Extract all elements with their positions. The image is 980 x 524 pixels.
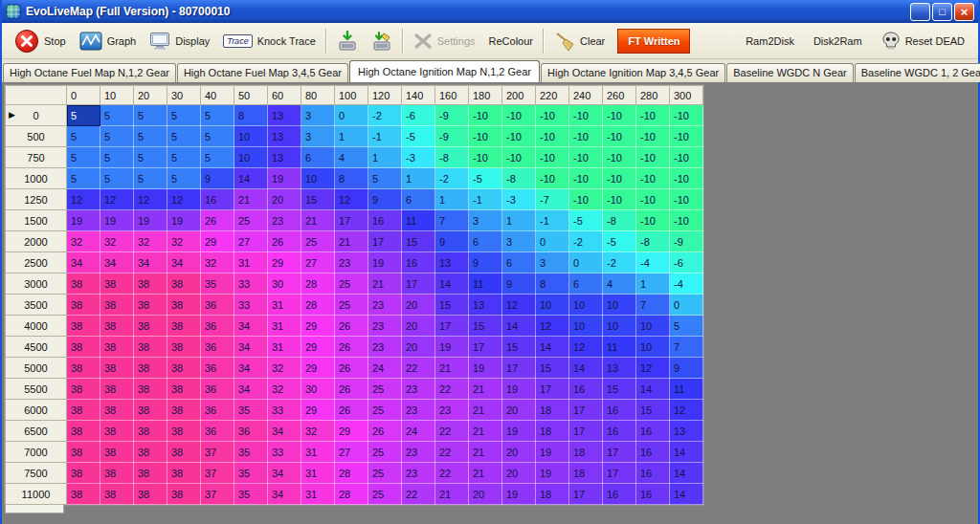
grid-cell[interactable]: 35 — [234, 484, 268, 505]
grid-cell[interactable]: 38 — [134, 379, 167, 400]
tab-0[interactable]: High Octane Fuel Map N,1,2 Gear — [3, 63, 176, 82]
grid-cell[interactable]: 38 — [100, 442, 134, 463]
grid-cell[interactable]: 5 — [201, 105, 234, 126]
grid-cell[interactable]: 38 — [67, 337, 100, 358]
grid-cell[interactable]: -2 — [368, 105, 402, 126]
grid-cell[interactable]: 25 — [368, 442, 402, 463]
tab-4[interactable]: Baseline WGDC N Gear — [726, 63, 854, 82]
grid-cell[interactable]: -10 — [670, 189, 703, 210]
row-header-3500[interactable]: 3500 — [6, 295, 67, 316]
stop-button[interactable]: Stop — [8, 26, 73, 56]
grid-cell[interactable]: 25 — [368, 484, 402, 505]
grid-cell[interactable]: -9 — [670, 231, 703, 252]
grid-cell[interactable]: 24 — [402, 421, 435, 442]
grid-cell[interactable]: 12 — [100, 189, 134, 210]
col-header-40[interactable]: 40 — [201, 86, 234, 105]
grid-cell[interactable]: 33 — [268, 442, 301, 463]
grid-cell[interactable]: -10 — [536, 147, 569, 168]
col-header-300[interactable]: 300 — [670, 86, 703, 105]
grid-cell[interactable]: 38 — [134, 442, 167, 463]
grid-cell[interactable]: 12 — [569, 337, 603, 358]
grid-cell[interactable]: 5 — [167, 147, 201, 168]
row-header-5500[interactable]: 5500 — [6, 379, 67, 400]
grid-cell[interactable]: 5 — [167, 126, 201, 147]
grid-cell[interactable]: 15 — [469, 316, 502, 337]
grid-cell[interactable]: 36 — [201, 337, 234, 358]
grid-cell[interactable]: 5 — [167, 168, 201, 189]
row-header-6500[interactable]: 6500 — [6, 421, 67, 442]
grid-cell[interactable]: -10 — [670, 147, 703, 168]
grid-cell[interactable]: 38 — [167, 463, 201, 484]
grid-cell[interactable]: 23 — [435, 400, 469, 421]
grid-cell[interactable]: 38 — [167, 442, 201, 463]
grid-cell[interactable]: 28 — [335, 463, 368, 484]
grid-cell[interactable]: 25 — [335, 273, 368, 295]
grid-cell[interactable]: 32 — [167, 231, 201, 252]
row-header-4000[interactable]: 4000 — [6, 316, 67, 337]
grid-cell[interactable]: 19 — [167, 210, 201, 231]
grid-cell[interactable]: 5 — [167, 105, 201, 126]
col-header-50[interactable]: 50 — [234, 86, 268, 105]
grid-cell[interactable]: 34 — [234, 358, 268, 379]
grid-cell[interactable]: 25 — [368, 400, 402, 421]
col-header-10[interactable]: 10 — [100, 86, 134, 105]
grid-cell[interactable]: 18 — [569, 463, 603, 484]
grid-cell[interactable]: 34 — [100, 252, 134, 273]
grid-cell[interactable]: 23 — [402, 463, 435, 484]
grid-cell[interactable]: 38 — [134, 337, 167, 358]
minimize-button[interactable]: _ — [910, 3, 930, 21]
grid-cell[interactable]: -10 — [569, 189, 603, 210]
grid-cell[interactable]: -10 — [569, 168, 603, 189]
grid-cell[interactable]: 17 — [502, 358, 536, 379]
grid-cell[interactable]: 18 — [536, 421, 569, 442]
grid-cell[interactable]: 21 — [435, 358, 469, 379]
grid-cell[interactable]: 32 — [268, 358, 301, 379]
grid-cell[interactable]: 20 — [402, 295, 435, 316]
grid-cell[interactable]: 20 — [502, 463, 536, 484]
grid-cell[interactable]: 38 — [167, 484, 201, 505]
grid-cell[interactable]: 9 — [435, 231, 469, 252]
grid-cell[interactable]: 20 — [402, 337, 435, 358]
grid-cell[interactable]: 14 — [636, 379, 670, 400]
grid-cell[interactable]: 19 — [502, 379, 536, 400]
grid-cell[interactable]: 0 — [670, 295, 703, 316]
grid-cell[interactable]: 38 — [134, 316, 167, 337]
grid-cell[interactable]: 15 — [636, 400, 670, 421]
grid-cell[interactable]: 1 — [335, 126, 368, 147]
grid-cell[interactable]: 34 — [67, 252, 100, 273]
grid-cell[interactable]: 26 — [368, 421, 402, 442]
grid-cell[interactable]: -10 — [502, 105, 536, 126]
grid-cell[interactable]: 28 — [301, 273, 335, 295]
grid-cell[interactable]: 1 — [435, 189, 469, 210]
reset-dead-button[interactable]: Reset DEAD — [874, 29, 972, 54]
grid-cell[interactable]: 38 — [100, 484, 134, 505]
grid-cell[interactable]: 31 — [268, 295, 301, 316]
grid-cell[interactable]: 32 — [100, 231, 134, 252]
grid-cell[interactable]: 8 — [234, 105, 268, 126]
grid-cell[interactable]: 10 — [603, 316, 636, 337]
grid-cell[interactable]: 16 — [402, 252, 435, 273]
grid-cell[interactable]: 38 — [67, 379, 100, 400]
tab-1[interactable]: High Octane Fuel Map 3,4,5 Gear — [177, 63, 348, 82]
grid-cell[interactable]: 8 — [536, 273, 569, 295]
grid-cell[interactable]: 36 — [201, 421, 234, 442]
grid-cell[interactable]: 6 — [301, 147, 335, 168]
grid-cell[interactable]: 31 — [301, 442, 335, 463]
grid-cell[interactable]: -5 — [469, 168, 502, 189]
grid-cell[interactable]: 16 — [603, 400, 636, 421]
grid-cell[interactable]: 23 — [368, 316, 402, 337]
grid-cell[interactable]: 27 — [234, 231, 268, 252]
grid-cell[interactable]: 19 — [435, 337, 469, 358]
grid-cell[interactable]: -8 — [502, 168, 536, 189]
grid-cell[interactable]: 11 — [469, 273, 502, 295]
col-header-260[interactable]: 260 — [603, 86, 636, 105]
grid-cell[interactable]: 13 — [268, 147, 301, 168]
grid-cell[interactable]: 38 — [100, 421, 134, 442]
grid-cell[interactable]: 19 — [502, 421, 536, 442]
grid-cell[interactable]: 31 — [301, 463, 335, 484]
grid-cell[interactable]: 32 — [134, 231, 167, 252]
grid-cell[interactable]: 32 — [268, 379, 301, 400]
grid-cell[interactable]: -10 — [569, 147, 603, 168]
grid-cell[interactable]: 33 — [268, 400, 301, 421]
col-header-240[interactable]: 240 — [569, 86, 603, 105]
